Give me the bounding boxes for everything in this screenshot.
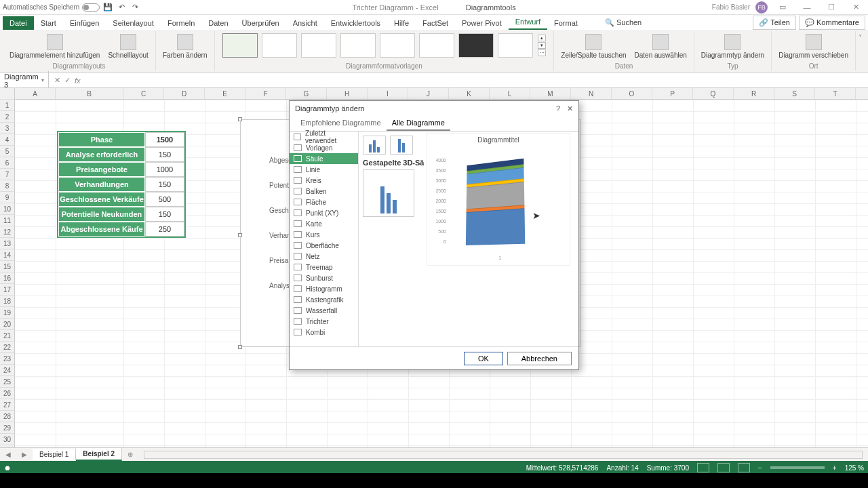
chart-type-item[interactable]: Karte [290,218,358,229]
normal-view-icon[interactable] [697,463,709,472]
comments-button[interactable]: 💬 Kommentare [799,16,865,30]
ribbon-options-icon[interactable]: ▭ [773,1,792,14]
tab-developer[interactable]: Entwicklertools [324,16,387,30]
dialog-help-icon[interactable]: ? [556,104,560,113]
chart-subtype-2[interactable] [390,136,413,155]
chart-style-4[interactable] [340,33,376,58]
save-icon[interactable]: 💾 [102,2,113,13]
page-break-view-icon[interactable] [738,463,750,472]
tab-nav-prev-icon[interactable]: ◀ [0,451,16,458]
autosave-toggle[interactable]: Automatisches Speichern [3,3,100,12]
title-bar: Automatisches Speichern 💾 ↶ ↷ Trichter D… [0,0,868,15]
change-chart-type-button[interactable]: Diagrammtyp ändern [698,33,767,60]
cancel-formula-icon[interactable]: ✕ [54,76,60,85]
tab-format[interactable]: Format [547,16,585,30]
sheet-tab-1[interactable]: Beispiel 1 [33,449,76,460]
chart-type-item[interactable]: Netz [290,251,358,262]
group-label-layouts: Diagrammlayouts [53,62,106,70]
user-avatar[interactable]: FB [755,1,768,14]
chart-type-item[interactable]: Treemap [290,262,358,272]
zoom-in-icon[interactable]: + [833,464,837,472]
chart-type-item[interactable]: Trichter [290,316,358,327]
redo-icon[interactable]: ↷ [130,2,140,13]
sheet-tab-2[interactable]: Beispiel 2 [76,448,122,461]
dialog-title: Diagrammtyp ändern [295,104,365,113]
minimize-icon[interactable]: — [797,1,816,14]
zoom-level[interactable]: 125 % [845,464,864,472]
data-table[interactable]: Phase1500Analyse erforderlich150Preisang… [57,131,186,238]
name-box[interactable]: Diagramm 3▾ [0,71,49,90]
column-headers[interactable]: ABCDEFGHIJKLMNOPQRST [15,88,868,100]
change-colors-button[interactable]: Farben ändern [160,33,210,60]
tab-factset[interactable]: FactSet [416,16,455,30]
quick-layout-button[interactable]: Schnelllayout [105,33,151,60]
dialog-tab-all[interactable]: Alle Diagramme [387,116,450,131]
ok-button[interactable]: OK [464,352,503,365]
chart-type-item[interactable]: Wasserfall [290,305,358,316]
chart-style-2[interactable] [262,33,297,58]
chart-style-8[interactable] [498,33,533,58]
dialog-tab-recommended[interactable]: Empfohlene Diagramme [295,116,387,131]
dialog-titlebar[interactable]: Diagrammtyp ändern ? ✕ [290,101,578,116]
maximize-icon[interactable]: ☐ [822,1,841,14]
zoom-slider[interactable] [770,466,825,469]
add-sheet-icon[interactable]: ⊕ [122,451,138,458]
chart-type-item[interactable]: Histogramm [290,283,358,294]
tab-insert[interactable]: Einfügen [63,16,106,30]
select-data-button[interactable]: Daten auswählen [632,33,690,60]
undo-icon[interactable]: ↶ [116,2,127,13]
chart-type-item[interactable]: Kastengrafik [290,294,358,305]
chart-type-item[interactable]: Oberfläche [290,240,358,251]
chart-type-item[interactable]: Kreis [290,175,358,186]
chart-type-item[interactable]: Zuletzt verwendet [290,131,358,142]
tab-data[interactable]: Daten [201,16,235,30]
chart-type-item[interactable]: Punkt (XY) [290,207,358,218]
share-button[interactable]: 🔗 Teilen [753,16,796,30]
tab-help[interactable]: Hilfe [387,16,416,30]
move-chart-button[interactable]: Diagramm verschieben [776,33,851,60]
record-macro-icon[interactable]: ⏺ [4,464,11,472]
fx-icon[interactable]: fx [75,77,81,85]
chart-type-list[interactable]: Zuletzt verwendetVorlagenSäuleLinieKreis… [290,131,359,346]
tab-review[interactable]: Überprüfen [235,16,286,30]
accept-formula-icon[interactable]: ✓ [64,76,71,85]
user-name[interactable]: Fabio Basler [712,3,750,11]
chart-style-7[interactable] [458,33,494,58]
close-icon[interactable]: ✕ [846,1,865,14]
chart-style-3[interactable] [301,33,336,58]
formula-input[interactable] [86,79,868,82]
tab-file[interactable]: Datei [3,16,34,30]
chart-subtype-1[interactable] [363,136,386,155]
add-chart-element-button[interactable]: Diagrammelement hinzufügen [7,33,102,60]
style-gallery-scroll[interactable]: ▴▾⋯ [538,33,546,58]
dialog-close-icon[interactable]: ✕ [567,104,573,113]
chart-type-item[interactable]: Kombi [290,327,358,338]
chart-type-item[interactable]: Linie [290,164,358,175]
preview-thumbnail[interactable] [363,169,414,217]
chart-type-item[interactable]: Fläche [290,197,358,207]
page-layout-view-icon[interactable] [717,463,730,472]
tab-design[interactable]: Entwurf [509,15,547,30]
chart-type-item[interactable]: Sunburst [290,272,358,283]
chart-type-item[interactable]: Säule [290,153,358,164]
tab-pagelayout[interactable]: Seitenlayout [106,16,161,30]
zoom-out-icon[interactable]: − [758,464,762,472]
collapse-ribbon-icon[interactable]: ˅ [856,31,865,71]
cancel-button[interactable]: Abbrechen [507,352,572,365]
tab-powerpivot[interactable]: Power Pivot [455,16,509,30]
toggle-switch-icon[interactable] [82,3,100,12]
chart-style-5[interactable] [380,33,415,58]
horizontal-scrollbar[interactable] [144,451,863,459]
search-button[interactable]: 🔍 Suchen [598,16,648,30]
chart-style-1[interactable] [222,33,258,58]
chart-type-item[interactable]: Balken [290,186,358,197]
chart-type-item[interactable]: Kurs [290,229,358,240]
switch-row-column-button[interactable]: Zeile/Spalte tauschen [558,33,629,60]
chart-preview-large[interactable]: Diagrammtitel 40003500300025002000150010… [427,133,570,266]
tab-start[interactable]: Start [34,16,63,30]
tab-formulas[interactable]: Formeln [161,16,201,30]
chart-style-6[interactable] [419,33,454,58]
tab-view[interactable]: Ansicht [286,16,324,30]
tab-nav-next-icon[interactable]: ▶ [16,451,33,458]
row-headers[interactable]: 1234567891011121314151617181920212223242… [0,88,15,447]
